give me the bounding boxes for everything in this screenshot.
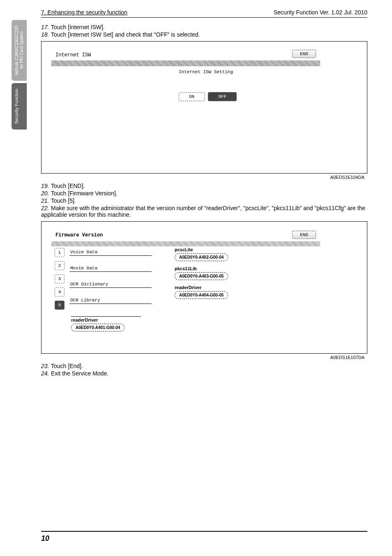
- tab-model-main: bizhub C360/C280/C220: [14, 25, 19, 75]
- readerdriver-value-overlay: A0ED0Y0-A401-G00-04: [71, 324, 125, 331]
- ocr-dictionary-label: OCR Dictionary: [69, 279, 152, 288]
- pcsclite-value: A0ED0Y0-A402-G00-04: [175, 253, 228, 261]
- page-2-button[interactable]: 2: [55, 261, 65, 270]
- page-footer: 10: [41, 531, 367, 543]
- screenshot-firmware-version: Firmware Version END 1 2 3 4 5 Voice Dat…: [41, 221, 367, 354]
- frame1-id: A0EDS1E104DA: [330, 175, 364, 180]
- pcsclite-name: pcscLite: [175, 247, 269, 252]
- readerdriver-overlay: readerDriver A0ED0Y0-A401-G00-04: [71, 316, 141, 336]
- page-1-button[interactable]: 1: [55, 248, 65, 257]
- screen1-title: Internet ISW: [55, 52, 91, 58]
- tab-security: Security Function: [12, 83, 27, 130]
- ocr-library-label: OCR Library: [69, 295, 152, 304]
- step-23: 23.Touch [End].: [41, 363, 367, 369]
- tab-security-label: Security Function: [14, 89, 19, 124]
- screen1-subtitle: Internet ISW Setting: [179, 70, 233, 74]
- on-off-group: ON OFF: [179, 92, 237, 101]
- header-version: Security Function Ver. 1.02 Jul. 2010: [274, 9, 367, 16]
- readerdriver-value-right: A0ED0Y0-A404-G00-05: [175, 291, 228, 299]
- step-24: 24.Exit the Service Mode.: [41, 370, 367, 377]
- page-number: 10: [41, 534, 49, 542]
- off-button[interactable]: OFF: [208, 92, 237, 101]
- tab-model-sub: for PKI Card System: [19, 25, 24, 75]
- pkcs11lib-value: A0ED0Y0-A403-G00-05: [175, 272, 228, 280]
- pkcs11lib-name: pkcs11Lib: [175, 266, 269, 271]
- page-3-button[interactable]: 3: [55, 274, 65, 283]
- page-header: 7. Enhancing the security function Secur…: [41, 9, 367, 18]
- page-body: 17.Touch [Internet ISW]. 18.Touch [Inter…: [41, 24, 367, 378]
- step-18: 18.Touch [Internet ISW Set] and check th…: [41, 31, 367, 38]
- frame2-id: A0EDS1E107DA: [330, 355, 364, 360]
- on-button[interactable]: ON: [179, 92, 205, 101]
- movie-data-label: Movie Data: [69, 263, 152, 272]
- right-column: pcscLite A0ED0Y0-A402-G00-04 pkcs11Lib A…: [175, 247, 269, 304]
- readerdriver-name-right: readerDriver: [175, 285, 269, 290]
- end-button[interactable]: END: [292, 50, 316, 58]
- screen1-divider: [51, 60, 320, 66]
- step-19: 19.Touch [END].: [41, 183, 367, 189]
- step-22: 22.Make sure with the administrator that…: [41, 205, 367, 218]
- screenshot-internet-isw: Internet ISW END Internet ISW Setting ON…: [41, 41, 367, 174]
- step-17: 17.Touch [Internet ISW].: [41, 24, 367, 30]
- readerdriver-name-overlay: readerDriver: [71, 316, 141, 322]
- page-5-button[interactable]: 5: [55, 301, 65, 310]
- screen2-title: Firmware Version: [55, 232, 103, 238]
- step-21: 21.Touch [5].: [41, 197, 367, 204]
- left-column: Voice Data Movie Data OCR Dictionary OCR…: [69, 247, 152, 311]
- page-4-button[interactable]: 4: [55, 287, 65, 297]
- header-section: 7. Enhancing the security function: [41, 9, 127, 16]
- step-20: 20.Touch [Firmware Version].: [41, 190, 367, 197]
- screen2-divider: [51, 241, 320, 246]
- end-button-2[interactable]: END: [292, 231, 316, 239]
- tab-model: bizhub C360/C280/C220 for PKI Card Syste…: [12, 20, 27, 81]
- page-buttons: 1 2 3 4 5: [55, 248, 65, 310]
- voice-data-label: Voice Data: [69, 247, 152, 256]
- side-tabs: bizhub C360/C280/C220 for PKI Card Syste…: [12, 20, 27, 132]
